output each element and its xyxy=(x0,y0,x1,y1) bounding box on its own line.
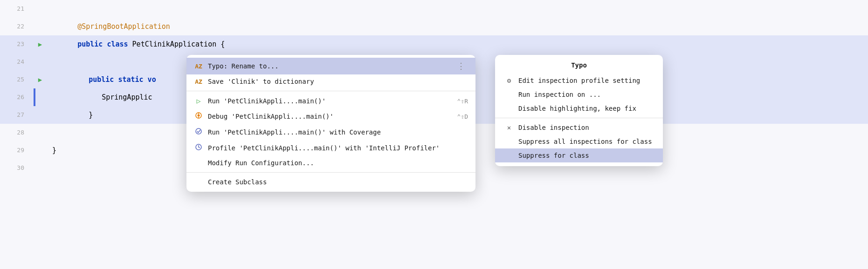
submenu-label-disable-highlighting: Disable highlighting, keep fix xyxy=(518,105,636,112)
typo-submenu: Typo ⚙ Edit inspection profile setting R… xyxy=(495,55,663,166)
typo-icon-2: AZ xyxy=(194,78,203,85)
line-number-28: 28 xyxy=(0,124,34,141)
submenu-label-suppress-class: Suppress for class xyxy=(518,152,589,159)
menu-item-debug[interactable]: Debug 'PetClinikAppli....main()' ⌃⇧D xyxy=(186,108,475,124)
gutter-21 xyxy=(34,7,47,11)
submenu-item-edit-profile[interactable]: ⚙ Edit inspection profile setting xyxy=(495,74,663,87)
typo-icon-1: AZ xyxy=(194,63,203,70)
submenu-title: Typo xyxy=(495,60,663,74)
menu-item-coverage[interactable]: Run 'PetClinikAppli....main()' with Cove… xyxy=(186,124,475,140)
run-icon-23[interactable]: ▶ xyxy=(38,35,42,53)
menu-item-typo-rename[interactable]: AZ Typo: Rename to... ⋮ xyxy=(186,58,475,74)
menu-label-save-dict: Save 'Clinik' to dictionary xyxy=(208,78,314,85)
menu-label-modify-run: Modify Run Configuration... xyxy=(208,159,314,167)
gutter-25: ▶ xyxy=(34,71,47,88)
menu-item-save-dict[interactable]: AZ Save 'Clinik' to dictionary xyxy=(186,74,475,88)
line-text-29: } xyxy=(47,141,56,159)
submenu-separator-1 xyxy=(495,118,663,118)
line-number-24: 24 xyxy=(0,53,34,71)
menu-item-modify-run[interactable]: Modify Run Configuration... xyxy=(186,156,475,170)
menu-label-debug: Debug 'PetClinikAppli....main()' xyxy=(208,113,334,120)
menu-label-typo-rename: Typo: Rename to... xyxy=(208,62,279,70)
gutter-23: ▶ xyxy=(34,35,47,53)
code-line-23: 23 ▶ public class PetClinikApplication { xyxy=(0,35,868,53)
submenu-label-run-inspection: Run inspection on ... xyxy=(518,91,601,98)
submenu-item-suppress-all[interactable]: Suppress all inspections for class xyxy=(495,134,663,148)
menu-label-create-subclass: Create Subclass xyxy=(208,178,267,186)
menu-item-run[interactable]: ▷ Run 'PetClinikAppli....main()' ⌃⇧R xyxy=(186,94,475,108)
menu-item-create-subclass[interactable]: Create Subclass xyxy=(186,175,475,189)
line-number-25: 25 xyxy=(0,71,34,88)
svg-point-4 xyxy=(196,128,201,134)
submenu-item-disable-inspection[interactable]: ✕ Disable inspection xyxy=(495,121,663,134)
run-icon: ▷ xyxy=(194,97,203,105)
gear-icon: ⚙ xyxy=(504,77,514,84)
line-text-26: SpringApplic xyxy=(47,71,152,124)
line-number-30: 30 xyxy=(0,159,34,177)
submenu-label-edit-profile: Edit inspection profile setting xyxy=(518,77,640,84)
menu-label-coverage: Run 'PetClinikAppli....main()' with Cove… xyxy=(208,128,381,136)
submenu-item-run-inspection[interactable]: Run inspection on ... xyxy=(495,87,663,101)
menu-item-profile[interactable]: Profile 'PetClinikAppli....main()' with … xyxy=(186,140,475,156)
menu-label-profile: Profile 'PetClinikAppli....main()' with … xyxy=(208,144,440,152)
line-number-22: 22 xyxy=(0,18,34,35)
debug-shortcut: ⌃⇧D xyxy=(457,113,468,120)
more-button[interactable]: ⋮ xyxy=(454,61,468,71)
submenu-label-suppress-all: Suppress all inspections for class xyxy=(518,138,652,145)
context-menu: AZ Typo: Rename to... ⋮ AZ Save 'Clinik'… xyxy=(186,55,475,192)
submenu-label-disable-inspection: Disable inspection xyxy=(518,124,589,131)
line-number: 21 xyxy=(0,0,34,18)
svg-point-1 xyxy=(198,114,200,117)
line-number-23: 23 xyxy=(0,35,34,53)
submenu-item-suppress-class[interactable]: Suppress for class xyxy=(495,148,663,162)
x-icon: ✕ xyxy=(504,124,514,131)
run-shortcut: ⌃⇧R xyxy=(457,98,468,105)
menu-separator-1 xyxy=(186,91,475,91)
menu-separator-2 xyxy=(186,172,475,173)
profile-icon xyxy=(194,143,203,153)
line-number-29: 29 xyxy=(0,141,34,159)
line-number-27: 27 xyxy=(0,106,34,124)
run-icon-25[interactable]: ▶ xyxy=(38,71,42,88)
coverage-icon xyxy=(194,128,203,137)
blue-bar-icon xyxy=(34,88,35,106)
menu-label-run: Run 'PetClinikAppli....main()' xyxy=(208,97,326,105)
debug-icon xyxy=(194,112,203,121)
submenu-item-disable-highlighting[interactable]: Disable highlighting, keep fix xyxy=(495,101,663,115)
line-number-26: 26 xyxy=(0,88,34,106)
